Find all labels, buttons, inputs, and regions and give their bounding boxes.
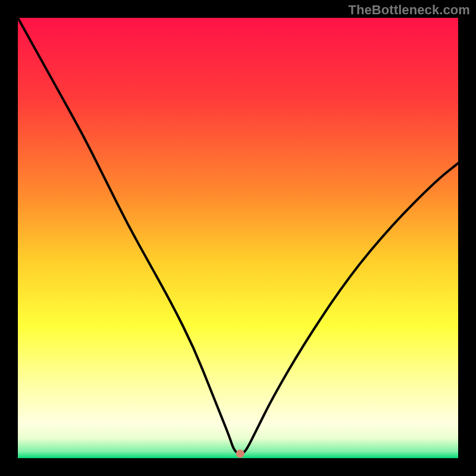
watermark-text: TheBottleneck.com [348,2,470,18]
chart-svg [0,0,476,476]
marker-dot [236,450,245,458]
plot-background [18,18,458,458]
chart-frame: { "watermark": "TheBottleneck.com", "cha… [0,0,476,476]
